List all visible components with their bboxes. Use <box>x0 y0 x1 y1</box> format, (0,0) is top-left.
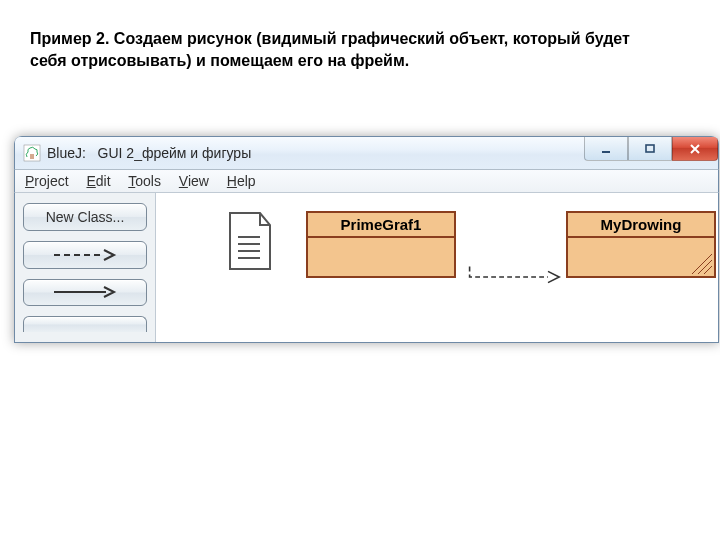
window-controls <box>584 137 718 163</box>
new-class-button[interactable]: New Class... <box>23 203 147 231</box>
bluej-window: BlueJ: GUI 2_фрейм и фигуры Project Edit… <box>14 136 719 343</box>
bluej-app-icon <box>23 144 41 162</box>
maximize-button[interactable] <box>628 137 672 161</box>
dependency-arrow <box>456 265 576 289</box>
class-primegraf1[interactable]: PrimeGraf1 <box>306 211 456 278</box>
minimize-button[interactable] <box>584 137 628 161</box>
class-diagram-canvas[interactable]: PrimeGraf1 MyDrowing <box>155 193 718 342</box>
left-toolbar: New Class... <box>15 193 155 342</box>
window-title: BlueJ: GUI 2_фрейм и фигуры <box>47 145 251 161</box>
class-primegraf1-body <box>308 238 454 276</box>
class-mydrowing[interactable]: MyDrowing <box>566 211 716 278</box>
close-button[interactable] <box>672 137 718 161</box>
readme-doc-icon[interactable] <box>226 211 274 271</box>
association-arrow-button[interactable] <box>23 279 147 307</box>
menu-view[interactable]: View <box>179 173 209 189</box>
menu-tools[interactable]: Tools <box>128 173 161 189</box>
menubar: Project Edit Tools View Help <box>14 170 719 193</box>
menu-project[interactable]: Project <box>25 173 69 189</box>
titlebar: BlueJ: GUI 2_фрейм и фигуры <box>14 136 719 170</box>
svg-rect-2 <box>646 145 654 152</box>
svg-line-10 <box>698 260 712 274</box>
project-name-label: GUI 2_фрейм и фигуры <box>98 145 252 161</box>
dependency-arrow-button[interactable] <box>23 241 147 269</box>
menu-edit[interactable]: Edit <box>86 173 110 189</box>
class-mydrowing-body <box>568 238 714 276</box>
hatch-icon <box>692 254 712 274</box>
app-name-label: BlueJ: <box>47 145 86 161</box>
svg-line-9 <box>692 254 712 274</box>
example-caption: Пример 2. Создаем рисунок (видимый графи… <box>30 28 650 73</box>
class-primegraf1-name: PrimeGraf1 <box>308 213 454 238</box>
work-area: New Class... <box>14 193 719 343</box>
partial-button[interactable] <box>23 316 147 332</box>
class-mydrowing-name: MyDrowing <box>568 213 714 238</box>
menu-help[interactable]: Help <box>227 173 256 189</box>
